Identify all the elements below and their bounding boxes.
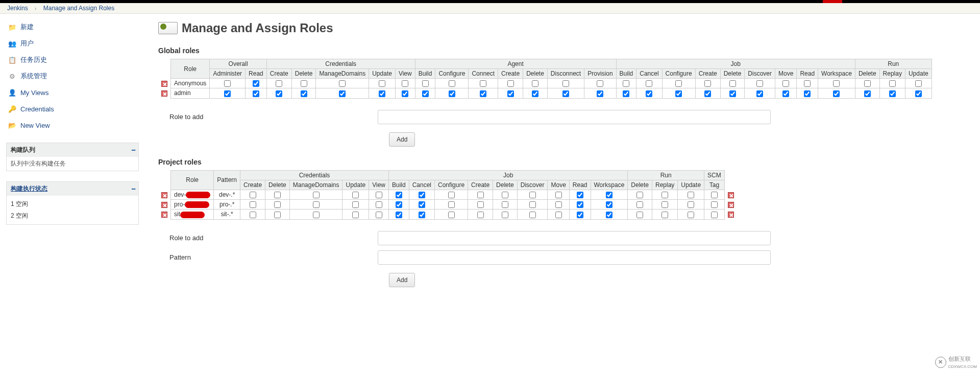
perm-checkbox[interactable] [756, 80, 763, 87]
perm-checkbox[interactable] [623, 90, 629, 97]
perm-checkbox[interactable] [606, 192, 612, 198]
delete-icon[interactable] [728, 212, 734, 218]
delete-icon[interactable] [161, 81, 167, 87]
perm-checkbox[interactable] [250, 192, 256, 198]
perm-checkbox[interactable] [675, 80, 682, 87]
perm-checkbox[interactable] [662, 201, 668, 208]
perm-checkbox[interactable] [555, 212, 562, 218]
perm-checkbox[interactable] [729, 80, 736, 87]
perm-checkbox[interactable] [577, 212, 583, 218]
executors-title[interactable]: 构建执行状态 [11, 185, 47, 192]
perm-checkbox[interactable] [532, 90, 538, 97]
perm-checkbox[interactable] [419, 201, 425, 208]
perm-checkbox[interactable] [711, 192, 718, 198]
collapse-icon[interactable]: ━ [132, 147, 134, 154]
perm-checkbox[interactable] [711, 212, 718, 218]
perm-checkbox[interactable] [301, 80, 307, 87]
perm-checkbox[interactable] [636, 212, 643, 218]
delete-icon[interactable] [161, 202, 167, 208]
perm-checkbox[interactable] [480, 90, 486, 97]
perm-checkbox[interactable] [448, 212, 455, 218]
perm-checkbox[interactable] [396, 212, 402, 218]
collapse-icon[interactable]: ━ [132, 186, 134, 193]
perm-checkbox[interactable] [782, 90, 789, 97]
perm-checkbox[interactable] [376, 192, 382, 198]
perm-checkbox[interactable] [376, 212, 382, 218]
perm-checkbox[interactable] [756, 90, 763, 97]
perm-checkbox[interactable] [804, 80, 811, 87]
perm-checkbox[interactable] [636, 201, 643, 208]
perm-checkbox[interactable] [597, 90, 603, 97]
perm-checkbox[interactable] [352, 192, 359, 198]
perm-checkbox[interactable] [688, 212, 694, 218]
perm-checkbox[interactable] [250, 212, 256, 218]
perm-checkbox[interactable] [507, 90, 514, 97]
perm-checkbox[interactable] [729, 90, 736, 97]
delete-icon[interactable] [728, 192, 734, 198]
perm-checkbox[interactable] [477, 192, 484, 198]
perm-checkbox[interactable] [253, 80, 259, 87]
project-role-to-add-input[interactable] [378, 231, 771, 245]
perm-checkbox[interactable] [313, 212, 320, 218]
sidebar-item-manage-jenkins[interactable]: ⚙系统管理 [6, 69, 139, 83]
delete-icon[interactable] [728, 202, 734, 208]
breadcrumb-page[interactable]: Manage and Assign Roles [43, 5, 114, 12]
perm-checkbox[interactable] [646, 90, 652, 97]
perm-checkbox[interactable] [480, 80, 486, 87]
perm-checkbox[interactable] [636, 192, 643, 198]
perm-checkbox[interactable] [606, 201, 612, 208]
perm-checkbox[interactable] [449, 90, 455, 97]
perm-checkbox[interactable] [915, 80, 922, 87]
perm-checkbox[interactable] [274, 212, 281, 218]
perm-checkbox[interactable] [532, 80, 538, 87]
perm-checkbox[interactable] [502, 192, 508, 198]
perm-checkbox[interactable] [555, 201, 562, 208]
perm-checkbox[interactable] [376, 201, 382, 208]
perm-checkbox[interactable] [646, 80, 652, 87]
perm-checkbox[interactable] [339, 90, 346, 97]
perm-checkbox[interactable] [555, 192, 562, 198]
perm-checkbox[interactable] [889, 80, 896, 87]
perm-checkbox[interactable] [313, 192, 320, 198]
perm-checkbox[interactable] [529, 212, 536, 218]
perm-checkbox[interactable] [688, 192, 694, 198]
perm-checkbox[interactable] [339, 80, 346, 87]
perm-checkbox[interactable] [889, 90, 896, 97]
perm-checkbox[interactable] [606, 212, 612, 218]
perm-checkbox[interactable] [402, 80, 408, 87]
perm-checkbox[interactable] [675, 90, 682, 97]
perm-checkbox[interactable] [782, 80, 789, 87]
perm-checkbox[interactable] [562, 90, 569, 97]
perm-checkbox[interactable] [448, 201, 455, 208]
perm-checkbox[interactable] [224, 80, 231, 87]
sidebar-item-credentials[interactable]: 🔑Credentials [6, 102, 139, 116]
project-pattern-input[interactable] [378, 250, 771, 265]
perm-checkbox[interactable] [562, 80, 569, 87]
perm-checkbox[interactable] [529, 192, 536, 198]
perm-checkbox[interactable] [224, 90, 231, 97]
perm-checkbox[interactable] [864, 80, 871, 87]
perm-checkbox[interactable] [422, 90, 429, 97]
perm-checkbox[interactable] [250, 201, 256, 208]
perm-checkbox[interactable] [662, 212, 668, 218]
perm-checkbox[interactable] [662, 192, 668, 198]
perm-checkbox[interactable] [419, 192, 425, 198]
perm-checkbox[interactable] [402, 90, 408, 97]
perm-checkbox[interactable] [477, 212, 484, 218]
global-add-button[interactable]: Add [389, 132, 415, 147]
perm-checkbox[interactable] [276, 90, 282, 97]
perm-checkbox[interactable] [704, 90, 711, 97]
perm-checkbox[interactable] [352, 201, 359, 208]
sidebar-item-people[interactable]: 👥用户 [6, 36, 139, 51]
perm-checkbox[interactable] [864, 90, 871, 97]
sidebar-item-new-item[interactable]: 📁新建 [6, 20, 139, 34]
perm-checkbox[interactable] [833, 90, 840, 97]
perm-checkbox[interactable] [688, 201, 694, 208]
delete-icon[interactable] [161, 192, 167, 198]
breadcrumb-root[interactable]: Jenkins [7, 5, 28, 12]
delete-icon[interactable] [161, 212, 167, 218]
perm-checkbox[interactable] [422, 80, 429, 87]
perm-checkbox[interactable] [352, 212, 359, 218]
perm-checkbox[interactable] [396, 192, 402, 198]
perm-checkbox[interactable] [507, 80, 514, 87]
